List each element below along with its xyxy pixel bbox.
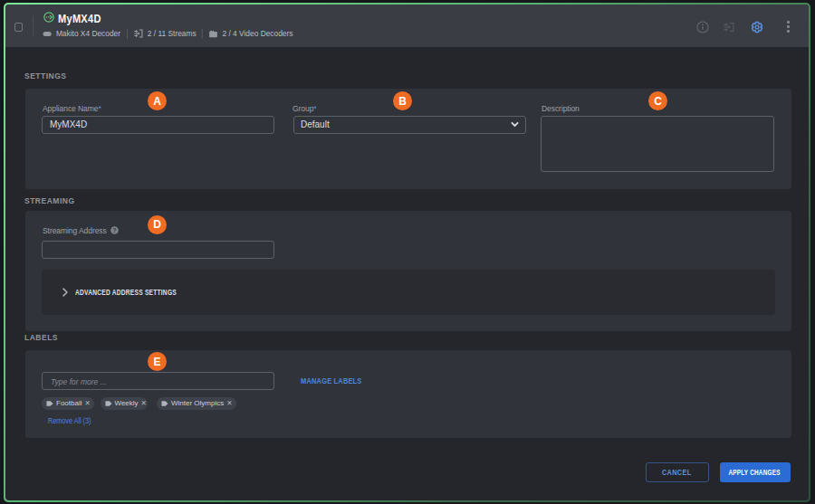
svg-text:?: ? — [112, 227, 116, 233]
